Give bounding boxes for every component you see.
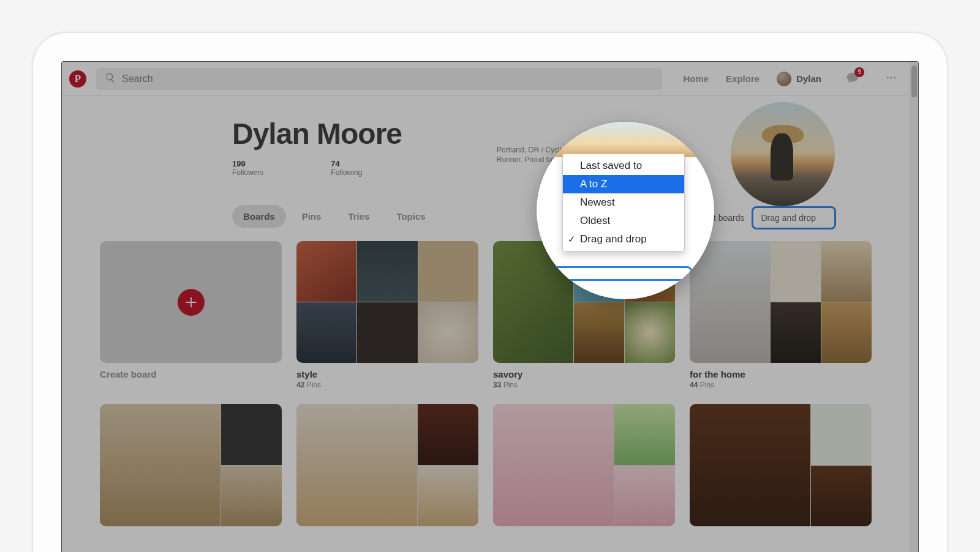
board-pin-count: 44 Pins (690, 381, 872, 389)
tab-pins[interactable]: Pins (291, 205, 333, 228)
sort-dropdown[interactable]: Last saved to A to Z Newest Oldest ✓ Dra… (562, 154, 685, 252)
board-title: for the home (690, 369, 872, 379)
sort-select-zoomed[interactable] (549, 266, 692, 281)
nav-home[interactable]: Home (683, 73, 709, 84)
create-board-label: Create board (100, 369, 282, 379)
search-icon (105, 72, 116, 86)
create-board-card[interactable]: Create board (100, 241, 282, 389)
board-card[interactable] (690, 404, 872, 526)
board-card[interactable] (493, 404, 675, 526)
board-title: savory (493, 369, 675, 379)
board-title: style (296, 369, 478, 379)
followers-count: 199 (232, 159, 263, 168)
tab-boards[interactable]: Boards (232, 205, 286, 228)
messages-badge: 9 (854, 67, 864, 77)
scrollbar-thumb[interactable] (911, 65, 917, 97)
svg-point-1 (890, 76, 892, 78)
profile-tabs-row: Boards Pins Tries Topics Sort boards Dra… (100, 205, 872, 228)
sort-select[interactable]: Drag and drop (752, 206, 836, 229)
main-content: Dylan Moore 199 Followers 74 Following P… (62, 96, 910, 526)
sort-option-drag-drop[interactable]: ✓ Drag and drop (563, 230, 684, 248)
nav-user[interactable]: Dylan (777, 72, 821, 86)
sort-option-a-to-z[interactable]: A to Z (563, 175, 684, 193)
pinterest-app: P Home Explore Dylan (62, 62, 910, 552)
boards-grid: Create board style 42 Pins (100, 241, 872, 526)
profile-tabs: Boards Pins Tries Topics (232, 205, 437, 228)
search-input[interactable] (122, 73, 654, 84)
tab-tries[interactable]: Tries (337, 205, 380, 228)
board-card[interactable] (100, 404, 282, 526)
board-card[interactable] (296, 404, 478, 526)
device-frame: P Home Explore Dylan (32, 32, 948, 552)
board-card-for-the-home[interactable]: for the home 44 Pins (690, 241, 872, 389)
plus-icon (178, 289, 205, 316)
board-pin-count: 42 Pins (296, 381, 478, 389)
followers-label: Followers (232, 168, 263, 177)
scrollbar[interactable] (910, 62, 918, 552)
avatar (777, 72, 791, 86)
sort-option-last-saved[interactable]: Last saved to (563, 157, 684, 175)
board-card-style[interactable]: style 42 Pins (296, 241, 478, 389)
ellipsis-icon (885, 72, 897, 86)
following-label: Following (331, 168, 362, 177)
profile-header: Dylan Moore 199 Followers 74 Following P… (100, 96, 872, 205)
svg-point-0 (887, 76, 889, 78)
following-count: 74 (331, 159, 362, 168)
sort-option-newest[interactable]: Newest (563, 193, 684, 212)
sort-option-oldest[interactable]: Oldest (563, 212, 684, 230)
pinterest-logo[interactable]: P (69, 70, 86, 88)
tab-topics[interactable]: Topics (385, 205, 436, 228)
svg-point-2 (894, 76, 895, 78)
more-menu-button[interactable] (883, 70, 900, 88)
sort-boards: Sort boards Drag and drop (700, 206, 836, 229)
following-stat[interactable]: 74 Following (331, 159, 362, 177)
magnifier-callout: Last saved to A to Z Newest Oldest ✓ Dra… (537, 122, 714, 299)
screen: P Home Explore Dylan (61, 61, 919, 552)
nav-explore[interactable]: Explore (726, 73, 760, 84)
board-pin-count: 33 Pins (493, 381, 675, 389)
search-bar[interactable] (96, 68, 662, 90)
followers-stat[interactable]: 199 Followers (232, 159, 263, 177)
profile-avatar[interactable] (731, 102, 835, 206)
messages-button[interactable]: 9 (843, 70, 862, 88)
nav-user-name: Dylan (796, 73, 821, 84)
check-icon: ✓ (568, 234, 576, 245)
nav-links: Home Explore (683, 73, 760, 84)
top-nav: P Home Explore Dylan (62, 62, 910, 96)
